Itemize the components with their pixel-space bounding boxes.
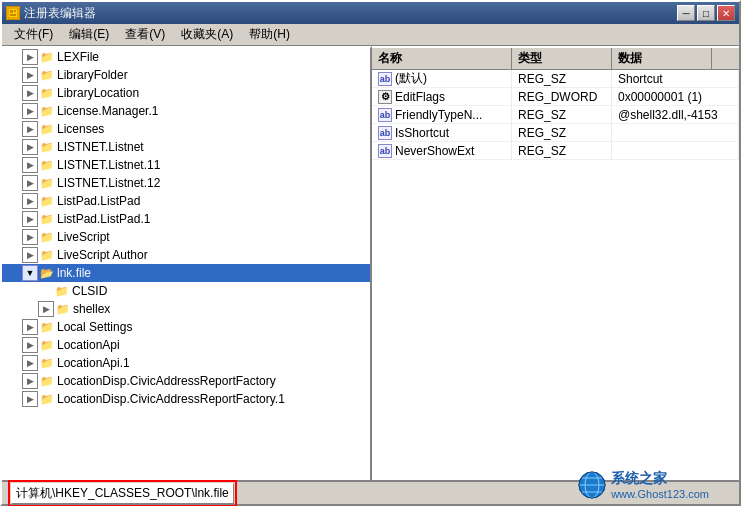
maximize-button[interactable]: □ [697,5,715,21]
tree-item-license-manager[interactable]: ▶ 📁 License.Manager.1 [2,102,370,120]
minimize-button[interactable]: ─ [677,5,695,21]
status-path: 计算机\HKEY_CLASSES_ROOT\lnk.file [11,483,234,504]
tree-label-listpad1: ListPad.ListPad.1 [57,212,150,226]
expand-lexfile[interactable]: ▶ [22,49,38,65]
folder-icon-livescript: 📁 [39,230,55,244]
tree-label-locationapi: LocationApi [57,338,120,352]
expand-lnkfile[interactable]: ▼ [22,265,38,281]
header-name: 名称 [372,48,512,69]
reg-icon-gear-editflags: ⚙ [378,90,392,104]
table-row[interactable]: ab (默认) REG_SZ Shortcut [372,70,739,88]
folder-icon-libraryfolder: 📁 [39,68,55,82]
tree-item-listnet11[interactable]: ▶ 📁 LISTNET.Listnet.11 [2,156,370,174]
cell-data-friendlytype: @shell32.dll,-4153 [612,106,739,123]
tree-label-listnet11: LISTNET.Listnet.11 [57,158,160,172]
expand-locationapi1[interactable]: ▶ [22,355,38,371]
menu-help[interactable]: 帮助(H) [241,24,298,45]
tree-item-livescript-author[interactable]: ▶ 📁 LiveScript Author [2,246,370,264]
tree-item-locationapi1[interactable]: ▶ 📁 LocationApi.1 [2,354,370,372]
svg-rect-1 [10,10,13,13]
reg-icon-ab-default: ab [378,72,392,86]
registry-table[interactable]: 名称 类型 数据 ab (默认) REG_SZ Shortcut ⚙ [372,48,739,480]
folder-icon-listnet: 📁 [39,140,55,154]
title-bar: 注册表编辑器 ─ □ ✕ [2,2,739,24]
tree-item-clsid[interactable]: 📁 CLSID [2,282,370,300]
folder-icon-licenses: 📁 [39,122,55,136]
table-row[interactable]: ⚙ EditFlags REG_DWORD 0x00000001 (1) [372,88,739,106]
tree-item-shellex[interactable]: ▶ 📁 shellex [2,300,370,318]
table-row[interactable]: ab FriendlyTypeN... REG_SZ @shell32.dll,… [372,106,739,124]
table-row[interactable]: ab NeverShowExt REG_SZ [372,142,739,160]
cell-type-friendlytype: REG_SZ [512,106,612,123]
watermark: 系统之家 www.Ghost123.com [577,470,709,500]
tree-label-locationdisp1: LocationDisp.CivicAddressReportFactory.1 [57,392,285,406]
tree-label-librarylocation: LibraryLocation [57,86,139,100]
cell-name-isshortcut: ab IsShortcut [372,124,512,141]
tree-label-listnet: LISTNET.Listnet [57,140,144,154]
cell-type-default: REG_SZ [512,70,612,87]
header-data: 数据 [612,48,712,69]
reg-icon-ab-friendlytype: ab [378,108,392,122]
tree-scroll[interactable]: ▶ 📁 LEXFile ▶ 📁 LibraryFolder ▶ 📁 Libra [2,48,370,480]
expand-listnet11[interactable]: ▶ [22,157,38,173]
expand-locationdisp[interactable]: ▶ [22,373,38,389]
tree-item-librarylocation[interactable]: ▶ 📁 LibraryLocation [2,84,370,102]
expand-licenses[interactable]: ▶ [22,121,38,137]
folder-icon-listpad: 📁 [39,194,55,208]
tree-item-locationdisp[interactable]: ▶ 📁 LocationDisp.CivicAddressReportFacto… [2,372,370,390]
expand-listpad[interactable]: ▶ [22,193,38,209]
clsid-placeholder [38,283,54,299]
tree-item-lexfile[interactable]: ▶ 📁 LEXFile [2,48,370,66]
expand-locationapi[interactable]: ▶ [22,337,38,353]
tree-item-lnkfile[interactable]: ▼ 📂 lnk.file [2,264,370,282]
tree-label-locationapi1: LocationApi.1 [57,356,130,370]
expand-librarylocation[interactable]: ▶ [22,85,38,101]
cell-name-editflags: ⚙ EditFlags [372,88,512,105]
expand-license-manager[interactable]: ▶ [22,103,38,119]
folder-icon-license-manager: 📁 [39,104,55,118]
tree-label-shellex: shellex [73,302,110,316]
expand-listpad1[interactable]: ▶ [22,211,38,227]
reg-icon-ab-isshortcut: ab [378,126,392,140]
tree-item-local-settings[interactable]: ▶ 📁 Local Settings [2,318,370,336]
svg-rect-3 [10,14,16,16]
tree-item-libraryfolder[interactable]: ▶ 📁 LibraryFolder [2,66,370,84]
tree-item-listpad1[interactable]: ▶ 📁 ListPad.ListPad.1 [2,210,370,228]
tree-item-listnet12[interactable]: ▶ 📁 LISTNET.Listnet.12 [2,174,370,192]
cell-type-nevershowext: REG_SZ [512,142,612,159]
table-row[interactable]: ab IsShortcut REG_SZ [372,124,739,142]
tree-item-listnet[interactable]: ▶ 📁 LISTNET.Listnet [2,138,370,156]
cell-name-default: ab (默认) [372,70,512,87]
expand-livescript[interactable]: ▶ [22,229,38,245]
tree-item-listpad[interactable]: ▶ 📁 ListPad.ListPad [2,192,370,210]
folder-icon-lexfile: 📁 [39,50,55,64]
header-type: 类型 [512,48,612,69]
expand-locationdisp1[interactable]: ▶ [22,391,38,407]
folder-icon-clsid: 📁 [54,284,70,298]
expand-local-settings[interactable]: ▶ [22,319,38,335]
right-panel: 名称 类型 数据 ab (默认) REG_SZ Shortcut ⚙ [372,46,739,480]
expand-livescript-author[interactable]: ▶ [22,247,38,263]
folder-icon-locationapi: 📁 [39,338,55,352]
tree-label-locationdisp: LocationDisp.CivicAddressReportFactory [57,374,276,388]
regedit-icon [6,6,20,20]
expand-libraryfolder[interactable]: ▶ [22,67,38,83]
tree-label-lexfile: LEXFile [57,50,99,64]
tree-item-livescript[interactable]: ▶ 📁 LiveScript [2,228,370,246]
menu-edit[interactable]: 编辑(E) [61,24,117,45]
expand-listnet[interactable]: ▶ [22,139,38,155]
menu-favorites[interactable]: 收藏夹(A) [173,24,241,45]
main-content: ▶ 📁 LEXFile ▶ 📁 LibraryFolder ▶ 📁 Libra [2,46,739,480]
expand-shellex[interactable]: ▶ [38,301,54,317]
tree-item-locationdisp1[interactable]: ▶ 📁 LocationDisp.CivicAddressReportFacto… [2,390,370,408]
menu-file[interactable]: 文件(F) [6,24,61,45]
tree-label-lnkfile: lnk.file [57,266,91,280]
close-button[interactable]: ✕ [717,5,735,21]
cell-type-editflags: REG_DWORD [512,88,612,105]
menu-view[interactable]: 查看(V) [117,24,173,45]
tree-label-livescript-author: LiveScript Author [57,248,148,262]
tree-item-licenses[interactable]: ▶ 📁 Licenses [2,120,370,138]
folder-icon-listpad1: 📁 [39,212,55,226]
expand-listnet12[interactable]: ▶ [22,175,38,191]
tree-item-locationapi[interactable]: ▶ 📁 LocationApi [2,336,370,354]
